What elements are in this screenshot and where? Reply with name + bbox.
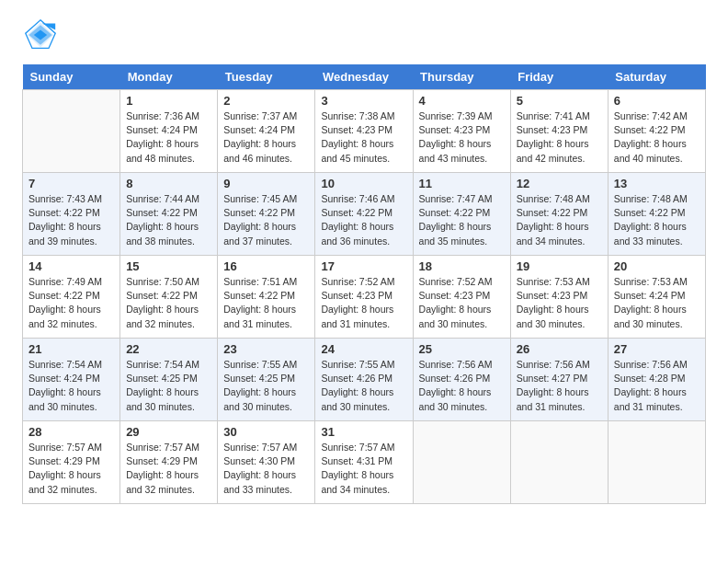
day-detail: Sunrise: 7:57 AM Sunset: 4:30 PM Dayligh…: [223, 441, 309, 497]
day-detail: Sunrise: 7:48 AM Sunset: 4:22 PM Dayligh…: [517, 192, 602, 248]
day-detail: Sunrise: 7:53 AM Sunset: 4:23 PM Dayligh…: [517, 275, 602, 331]
calendar-cell: 5Sunrise: 7:41 AM Sunset: 4:23 PM Daylig…: [510, 90, 608, 173]
weekday-header-friday: Friday: [510, 64, 608, 90]
calendar-cell: 25Sunrise: 7:56 AM Sunset: 4:26 PM Dayli…: [413, 339, 510, 421]
calendar-cell: 18Sunrise: 7:52 AM Sunset: 4:23 PM Dayli…: [413, 256, 510, 339]
calendar-cell: 16Sunrise: 7:51 AM Sunset: 4:22 PM Dayli…: [218, 256, 315, 339]
calendar-cell: 24Sunrise: 7:55 AM Sunset: 4:26 PM Dayli…: [315, 339, 413, 421]
day-detail: Sunrise: 7:37 AM Sunset: 4:24 PM Dayligh…: [223, 109, 309, 166]
calendar-cell: 14Sunrise: 7:49 AM Sunset: 4:22 PM Dayli…: [23, 256, 120, 339]
calendar-cell: 11Sunrise: 7:47 AM Sunset: 4:22 PM Dayli…: [413, 173, 510, 256]
day-number: 14: [28, 259, 114, 273]
day-number: 25: [419, 342, 505, 356]
weekday-header-row: SundayMondayTuesdayWednesdayThursdayFrid…: [23, 64, 706, 90]
day-number: 24: [321, 342, 406, 356]
calendar-cell: 21Sunrise: 7:54 AM Sunset: 4:24 PM Dayli…: [23, 339, 120, 421]
day-number: 18: [419, 259, 505, 273]
day-detail: Sunrise: 7:41 AM Sunset: 4:23 PM Dayligh…: [517, 109, 602, 166]
day-detail: Sunrise: 7:52 AM Sunset: 4:23 PM Dayligh…: [419, 275, 505, 331]
day-number: 29: [126, 425, 211, 439]
day-number: 20: [614, 259, 700, 273]
day-detail: Sunrise: 7:43 AM Sunset: 4:22 PM Dayligh…: [28, 192, 114, 248]
day-detail: Sunrise: 7:57 AM Sunset: 4:29 PM Dayligh…: [126, 441, 211, 497]
day-detail: Sunrise: 7:53 AM Sunset: 4:24 PM Dayligh…: [614, 275, 700, 331]
calendar-cell: 22Sunrise: 7:54 AM Sunset: 4:25 PM Dayli…: [120, 339, 218, 421]
day-detail: Sunrise: 7:47 AM Sunset: 4:22 PM Dayligh…: [419, 192, 505, 248]
day-number: 7: [28, 177, 114, 190]
day-detail: Sunrise: 7:52 AM Sunset: 4:23 PM Dayligh…: [321, 275, 406, 331]
day-number: 2: [223, 94, 309, 108]
calendar-cell: [608, 421, 705, 504]
day-number: 27: [614, 342, 700, 356]
day-number: 26: [517, 342, 602, 356]
day-number: 31: [321, 425, 406, 439]
calendar-cell: 7Sunrise: 7:43 AM Sunset: 4:22 PM Daylig…: [23, 173, 120, 256]
day-number: 1: [126, 94, 211, 108]
weekday-header-monday: Monday: [120, 64, 218, 90]
day-number: 12: [517, 177, 602, 190]
calendar-cell: 28Sunrise: 7:57 AM Sunset: 4:29 PM Dayli…: [23, 421, 120, 504]
day-detail: Sunrise: 7:55 AM Sunset: 4:25 PM Dayligh…: [223, 358, 309, 414]
day-number: 6: [614, 94, 700, 108]
day-detail: Sunrise: 7:48 AM Sunset: 4:22 PM Dayligh…: [614, 192, 700, 248]
day-number: 19: [517, 259, 602, 273]
calendar-week-row: 14Sunrise: 7:49 AM Sunset: 4:22 PM Dayli…: [23, 256, 706, 339]
calendar-cell: 20Sunrise: 7:53 AM Sunset: 4:24 PM Dayli…: [608, 256, 705, 339]
day-number: 5: [517, 94, 602, 108]
weekday-header-thursday: Thursday: [413, 64, 510, 90]
calendar-cell: 10Sunrise: 7:46 AM Sunset: 4:22 PM Dayli…: [315, 173, 413, 256]
day-detail: Sunrise: 7:54 AM Sunset: 4:24 PM Dayligh…: [28, 358, 114, 414]
day-number: 23: [223, 342, 309, 356]
day-number: 21: [28, 342, 114, 356]
day-detail: Sunrise: 7:36 AM Sunset: 4:24 PM Dayligh…: [126, 109, 211, 166]
day-number: 9: [223, 177, 309, 190]
day-detail: Sunrise: 7:50 AM Sunset: 4:22 PM Dayligh…: [126, 275, 211, 331]
day-number: 3: [321, 94, 406, 108]
calendar-cell: 31Sunrise: 7:57 AM Sunset: 4:31 PM Dayli…: [315, 421, 413, 504]
calendar-cell: 23Sunrise: 7:55 AM Sunset: 4:25 PM Dayli…: [218, 339, 315, 421]
day-number: 17: [321, 259, 406, 273]
day-number: 8: [126, 177, 211, 190]
day-number: 15: [126, 259, 211, 273]
calendar-cell: 8Sunrise: 7:44 AM Sunset: 4:22 PM Daylig…: [120, 173, 218, 256]
day-detail: Sunrise: 7:49 AM Sunset: 4:22 PM Dayligh…: [28, 275, 114, 331]
day-number: 30: [223, 425, 309, 439]
logo: [22, 18, 57, 55]
calendar-cell: [413, 421, 510, 504]
day-number: 28: [28, 425, 114, 439]
calendar-week-row: 7Sunrise: 7:43 AM Sunset: 4:22 PM Daylig…: [23, 173, 706, 256]
calendar-cell: [510, 421, 608, 504]
day-detail: Sunrise: 7:39 AM Sunset: 4:23 PM Dayligh…: [419, 109, 505, 166]
day-number: 22: [126, 342, 211, 356]
calendar-cell: [23, 90, 120, 173]
day-detail: Sunrise: 7:51 AM Sunset: 4:22 PM Dayligh…: [223, 275, 309, 331]
calendar-cell: 26Sunrise: 7:56 AM Sunset: 4:27 PM Dayli…: [510, 339, 608, 421]
day-detail: Sunrise: 7:54 AM Sunset: 4:25 PM Dayligh…: [126, 358, 211, 414]
calendar-cell: 3Sunrise: 7:38 AM Sunset: 4:23 PM Daylig…: [315, 90, 413, 173]
day-detail: Sunrise: 7:38 AM Sunset: 4:23 PM Dayligh…: [321, 109, 406, 166]
header: [22, 18, 706, 55]
day-number: 11: [419, 177, 505, 190]
day-detail: Sunrise: 7:55 AM Sunset: 4:26 PM Dayligh…: [321, 358, 406, 414]
day-detail: Sunrise: 7:44 AM Sunset: 4:22 PM Dayligh…: [126, 192, 211, 248]
calendar-cell: 13Sunrise: 7:48 AM Sunset: 4:22 PM Dayli…: [608, 173, 705, 256]
calendar-cell: 2Sunrise: 7:37 AM Sunset: 4:24 PM Daylig…: [218, 90, 315, 173]
logo-icon: [24, 18, 57, 52]
calendar-cell: 27Sunrise: 7:56 AM Sunset: 4:28 PM Dayli…: [608, 339, 705, 421]
day-number: 4: [419, 94, 505, 108]
calendar-cell: 30Sunrise: 7:57 AM Sunset: 4:30 PM Dayli…: [218, 421, 315, 504]
calendar-week-row: 1Sunrise: 7:36 AM Sunset: 4:24 PM Daylig…: [23, 90, 706, 173]
calendar-cell: 6Sunrise: 7:42 AM Sunset: 4:22 PM Daylig…: [608, 90, 705, 173]
calendar-cell: 12Sunrise: 7:48 AM Sunset: 4:22 PM Dayli…: [510, 173, 608, 256]
weekday-header-saturday: Saturday: [608, 64, 705, 90]
day-number: 13: [614, 177, 700, 190]
day-detail: Sunrise: 7:46 AM Sunset: 4:22 PM Dayligh…: [321, 192, 406, 248]
day-detail: Sunrise: 7:56 AM Sunset: 4:26 PM Dayligh…: [419, 358, 505, 414]
day-detail: Sunrise: 7:56 AM Sunset: 4:27 PM Dayligh…: [517, 358, 602, 414]
calendar-cell: 29Sunrise: 7:57 AM Sunset: 4:29 PM Dayli…: [120, 421, 218, 504]
calendar-cell: 17Sunrise: 7:52 AM Sunset: 4:23 PM Dayli…: [315, 256, 413, 339]
calendar-cell: 9Sunrise: 7:45 AM Sunset: 4:22 PM Daylig…: [218, 173, 315, 256]
day-number: 16: [223, 259, 309, 273]
day-detail: Sunrise: 7:57 AM Sunset: 4:31 PM Dayligh…: [321, 441, 406, 497]
calendar-cell: 1Sunrise: 7:36 AM Sunset: 4:24 PM Daylig…: [120, 90, 218, 173]
